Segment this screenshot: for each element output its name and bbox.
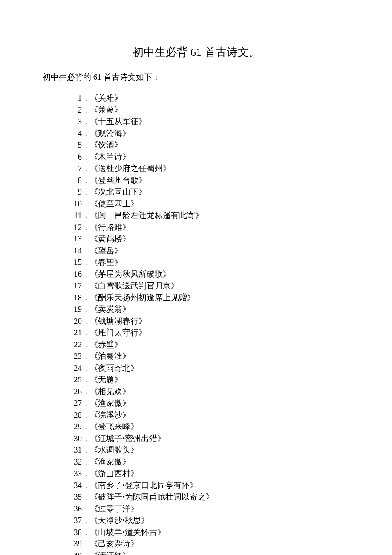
list-item-number: 9 — [68, 186, 82, 198]
list-item-dot: . — [85, 386, 87, 398]
list-item-title: 《南乡子•登京口北固亭有怀》 — [90, 481, 198, 490]
list-item-number: 31 — [68, 444, 82, 456]
list-item-title: 《行路难》 — [90, 223, 130, 232]
list-item-title: 《赤壁》 — [90, 340, 122, 349]
list-item-number: 27 — [68, 397, 82, 409]
list-item-dot: . — [85, 503, 87, 515]
list-item-dot: . — [85, 280, 87, 292]
list-item-number: 30 — [68, 433, 82, 445]
document-page: 初中生必背 61 首古诗文。 初中生必背的 61 首古诗文如下： 1.《关雎》2… — [0, 0, 392, 555]
list-item: 1.《关雎》 — [68, 92, 349, 104]
list-item-title: 《观沧海》 — [90, 129, 130, 138]
list-item-title: 《己亥杂诗》 — [90, 539, 138, 548]
list-item-title: 《江城子•密州出猎》 — [90, 434, 166, 443]
list-item-number: 34 — [68, 479, 82, 491]
list-item-number: 3 — [68, 116, 82, 128]
list-item-number: 23 — [68, 350, 82, 362]
list-item-number: 40 — [68, 550, 82, 555]
list-item-title: 《酬乐天扬州初逢席上见赠》 — [90, 293, 195, 302]
list-item-dot: . — [85, 327, 87, 339]
list-item: 37.《天净沙•秋思》 — [68, 514, 349, 526]
list-item-number: 1 — [68, 92, 82, 104]
list-item-title: 《木兰诗》 — [90, 152, 130, 161]
poem-list: 1.《关雎》2.《兼葭》3.《十五从军征》4.《观沧海》5.《饮酒》6.《木兰诗… — [68, 92, 349, 555]
list-item-number: 12 — [68, 221, 82, 233]
list-item-number: 20 — [68, 315, 82, 327]
intro-text: 初中生必背的 61 首古诗文如下： — [43, 72, 349, 83]
list-item-number: 2 — [68, 104, 82, 116]
list-item-title: 《登飞来峰》 — [90, 422, 138, 431]
list-item-number: 15 — [68, 256, 82, 268]
list-item-number: 4 — [68, 128, 82, 139]
list-item-title: 《卖炭翁》 — [90, 305, 130, 314]
list-item-dot: . — [85, 444, 87, 456]
list-item: 28.《浣溪沙》 — [68, 409, 349, 421]
list-item-dot: . — [85, 339, 87, 351]
list-item-number: 24 — [68, 362, 82, 374]
list-item-number: 33 — [68, 468, 82, 479]
list-item-dot: . — [85, 151, 87, 163]
list-item-number: 39 — [68, 538, 82, 550]
list-item: 35.《破阵子•为陈同甫赋壮词以寄之》 — [68, 491, 349, 503]
list-item: 2.《兼葭》 — [68, 104, 349, 116]
list-item: 25.《无题》 — [68, 374, 349, 386]
list-item-dot: . — [85, 221, 87, 233]
list-item-title: 《钱塘湖春行》 — [90, 317, 147, 325]
list-item: 36.《过零丁洋》 — [68, 503, 349, 515]
list-item-dot: . — [85, 139, 87, 151]
list-item: 6.《木兰诗》 — [68, 151, 349, 163]
list-item: 18.《酬乐天扬州初逢席上见赠》 — [68, 292, 349, 304]
list-item-dot: . — [85, 397, 87, 409]
list-item-dot: . — [85, 245, 87, 257]
list-item: 5.《饮酒》 — [68, 139, 349, 151]
list-item: 9.《次北固山下》 — [68, 186, 349, 198]
list-item: 40.《满江红》 — [68, 550, 349, 555]
list-item: 38.《山坡羊•潼关怀古》 — [68, 526, 349, 538]
list-item-title: 《破阵子•为陈同甫赋壮词以寄之》 — [90, 492, 214, 501]
list-item-dot: . — [85, 468, 87, 479]
list-item: 3.《十五从军征》 — [68, 116, 349, 128]
list-item-number: 10 — [68, 198, 82, 210]
list-item-number: 5 — [68, 139, 82, 151]
list-item-dot: . — [85, 116, 87, 128]
list-item-dot: . — [85, 163, 87, 174]
list-item-title: 《闻王昌龄左迁龙标遥有此寄》 — [90, 211, 203, 220]
list-item-title: 《望岳》 — [90, 246, 122, 255]
list-item-number: 16 — [68, 268, 82, 280]
list-item-number: 29 — [68, 421, 82, 433]
list-item: 31.《水调歌头》 — [68, 444, 349, 456]
list-item-dot: . — [85, 303, 87, 315]
list-item-number: 17 — [68, 280, 82, 292]
list-item-title: 《渔家傲》 — [90, 457, 130, 466]
list-item-dot: . — [85, 550, 87, 555]
list-item-title: 《茅屋为秋风所破歌》 — [90, 270, 171, 279]
list-item-title: 《十五从军征》 — [90, 117, 147, 126]
list-item-dot: . — [85, 350, 87, 362]
list-item-title: 《雁门太守行》 — [90, 328, 147, 337]
list-item-dot: . — [85, 186, 87, 198]
list-item: 22.《赤壁》 — [68, 339, 349, 351]
list-item: 24.《夜雨寄北》 — [68, 362, 349, 374]
list-item: 4.《观沧海》 — [68, 128, 349, 139]
list-item-number: 6 — [68, 151, 82, 163]
list-item-title: 《夜雨寄北》 — [90, 363, 138, 372]
list-item-title: 《泊秦淮》 — [90, 352, 130, 360]
list-item-title: 《浣溪沙》 — [90, 410, 130, 419]
list-item-dot: . — [85, 491, 87, 503]
list-item-title: 《饮酒》 — [90, 140, 122, 149]
list-item-title: 《山坡羊•潼关怀古》 — [90, 528, 166, 537]
list-item: 19.《卖炭翁》 — [68, 303, 349, 315]
list-item-dot: . — [85, 315, 87, 327]
list-item-number: 38 — [68, 526, 82, 538]
list-item: 33.《游山西村》 — [68, 468, 349, 479]
list-item: 23.《泊秦淮》 — [68, 350, 349, 362]
list-item: 12.《行路难》 — [68, 221, 349, 233]
list-item: 26.《相见欢》 — [68, 386, 349, 398]
list-item: 17.《白雪歌送武判官归京》 — [68, 280, 349, 292]
list-item-title: 《满江红》 — [90, 551, 130, 555]
list-item-dot: . — [85, 374, 87, 386]
list-item-dot: . — [85, 421, 87, 433]
list-item-dot: . — [85, 538, 87, 550]
list-item-dot: . — [85, 233, 87, 245]
list-item-number: 19 — [68, 303, 82, 315]
